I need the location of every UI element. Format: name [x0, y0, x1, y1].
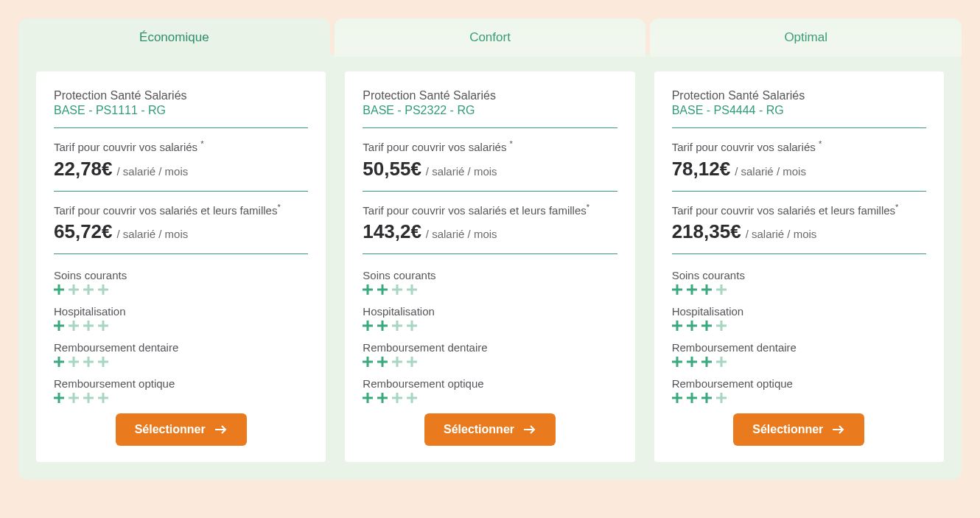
feature-soins: Soins courants: [54, 269, 308, 281]
rating-row: [54, 284, 308, 295]
svg-rect-85: [687, 361, 697, 363]
rating-row: [363, 357, 617, 367]
divider: [672, 127, 926, 128]
tab-optimal[interactable]: Optimal: [650, 18, 962, 57]
plus-icon: [69, 357, 79, 367]
plus-icon: [701, 393, 712, 403]
tarif-families-label: Tarif pour couvrir vos salariés et leurs…: [672, 202, 926, 218]
svg-rect-11: [69, 325, 79, 327]
price-unit: / salarié / mois: [117, 165, 189, 178]
feature-dentaire: Remboursement dentaire: [672, 341, 926, 354]
plan-card: Protection Santé Salariés BASE - PS2322 …: [345, 71, 634, 462]
tarif-families-label: Tarif pour couvrir vos salariés et leurs…: [363, 202, 617, 218]
tab-confort[interactable]: Confort: [335, 18, 646, 57]
svg-rect-56: [407, 361, 417, 363]
svg-rect-25: [54, 397, 64, 399]
plus-icon: [377, 357, 388, 367]
plus-icon: [83, 357, 94, 367]
feature-soins: Soins courants: [363, 269, 617, 281]
plan-panels: Protection Santé Salariés BASE - PS1111 …: [18, 54, 962, 480]
divider: [672, 191, 926, 192]
plus-icon: [54, 393, 64, 403]
price-employees: 78,12€: [672, 158, 731, 181]
price-families: 65,72€: [54, 220, 113, 243]
tab-economique[interactable]: Économique: [18, 18, 330, 57]
svg-rect-17: [54, 361, 64, 363]
svg-rect-95: [701, 397, 712, 399]
plus-icon: [716, 357, 727, 367]
plus-icon: [363, 357, 373, 367]
product-title: Protection Santé Salariés: [54, 89, 308, 102]
svg-rect-97: [716, 397, 727, 399]
price-row: 218,35€ / salarié / mois: [672, 220, 926, 243]
svg-rect-5: [83, 289, 94, 291]
price-employees: 50,55€: [363, 158, 421, 181]
feature-hospitalisation: Hospitalisation: [363, 305, 617, 318]
svg-rect-91: [672, 397, 682, 399]
price-employees: 22,78€: [54, 158, 113, 181]
product-title: Protection Santé Salariés: [672, 89, 926, 102]
feature-soins: Soins courants: [672, 269, 926, 281]
plus-icon: [672, 393, 682, 403]
svg-rect-40: [407, 289, 417, 291]
plus-icon: [672, 284, 682, 295]
divider: [672, 253, 926, 254]
plus-icon: [98, 321, 108, 331]
plus-icon: [701, 357, 712, 367]
plus-icon: [377, 393, 388, 403]
price-unit: / salarié / mois: [746, 228, 817, 240]
plus-icon: [392, 393, 402, 403]
plus-icon: [377, 321, 388, 331]
svg-rect-44: [377, 325, 388, 327]
feature-dentaire: Remboursement dentaire: [54, 341, 308, 354]
divider: [363, 253, 617, 254]
rating-row: [54, 321, 308, 331]
price-unit: / salarié / mois: [735, 165, 806, 178]
select-button[interactable]: Sélectionner: [733, 413, 864, 446]
plus-icon: [407, 321, 417, 331]
select-button-row: Sélectionner: [54, 413, 308, 446]
feature-hospitalisation: Hospitalisation: [54, 305, 308, 318]
price-families: 143,2€: [363, 220, 421, 243]
select-button-label: Sélectionner: [444, 423, 514, 436]
svg-rect-7: [98, 289, 108, 291]
plus-icon: [716, 321, 727, 331]
svg-rect-54: [392, 361, 402, 363]
tarif-employees-label: Tarif pour couvrir vos salariés *: [363, 139, 617, 155]
rating-row: [672, 393, 926, 403]
plus-icon: [392, 284, 402, 295]
svg-rect-3: [69, 289, 79, 291]
product-code: BASE - PS4444 - RG: [672, 104, 926, 117]
select-button[interactable]: Sélectionner: [424, 413, 556, 446]
plus-icon: [54, 321, 64, 331]
divider: [363, 191, 617, 192]
rating-row: [54, 393, 308, 403]
plus-icon: [363, 321, 373, 331]
divider: [54, 191, 308, 192]
feature-dentaire: Remboursement dentaire: [363, 341, 617, 354]
plus-icon: [407, 357, 417, 367]
svg-rect-31: [98, 397, 108, 399]
divider: [54, 127, 308, 128]
divider: [54, 253, 308, 254]
plus-icon: [363, 393, 373, 403]
svg-rect-77: [687, 325, 697, 327]
plus-icon: [392, 321, 402, 331]
svg-rect-23: [98, 361, 108, 363]
svg-rect-69: [687, 289, 697, 291]
svg-rect-19: [69, 361, 79, 363]
plus-icon: [83, 393, 94, 403]
arrow-right-icon: [523, 424, 536, 435]
plus-icon: [98, 393, 108, 403]
price-unit: / salarié / mois: [426, 228, 497, 240]
svg-rect-15: [98, 325, 108, 327]
plus-icon: [69, 321, 79, 331]
select-button-row: Sélectionner: [363, 413, 617, 446]
plus-icon: [54, 284, 64, 295]
select-button[interactable]: Sélectionner: [116, 413, 247, 446]
svg-rect-93: [687, 397, 697, 399]
rating-row: [672, 357, 926, 367]
price-unit: / salarié / mois: [117, 228, 189, 240]
svg-rect-58: [363, 397, 373, 399]
tarif-employees-label: Tarif pour couvrir vos salariés *: [672, 139, 926, 155]
